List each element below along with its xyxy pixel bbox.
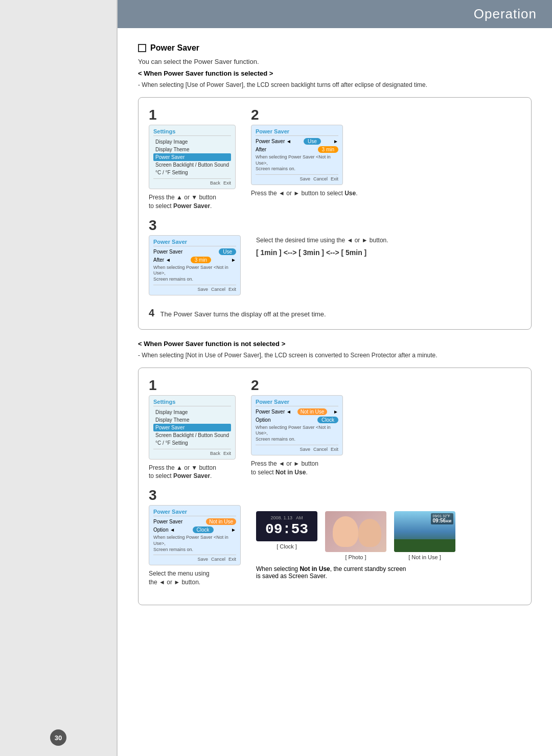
lcd-exit-1[interactable]: Exit <box>331 176 338 181</box>
not-in-use-option: 09/01 32°F 09:56AM [ Not in Use ] <box>394 511 455 560</box>
lcd-row-after-1: After 3 min <box>256 146 338 153</box>
lcd-back-btn[interactable]: Back <box>210 180 220 186</box>
lcd-save-ns[interactable]: Save <box>300 447 310 452</box>
lcd-ns-cf: °C / °F Setting <box>153 439 231 447</box>
lcd-info-2: When selecting Power Saver <Not in Use>,… <box>153 265 236 283</box>
lcd-footer-ps-2: Save Cancel Exit <box>153 285 236 292</box>
lcd-item-power-saver: Power Saver <box>153 153 231 161</box>
ns-ps-value-3: Not in Use <box>206 518 236 525</box>
not-in-use-label: [ Not in Use ] <box>408 554 441 560</box>
lcd-ns-power-saver: Power Saver <box>153 424 231 431</box>
ps-label-1: Power Saver ◄ <box>256 139 291 144</box>
lcd-back-ns[interactable]: Back <box>210 451 220 456</box>
after-label-1: After <box>256 147 266 152</box>
bottom-screens-row: 2008. 1.13 AM 09:53 [ Clock ] [ Phot <box>256 511 455 560</box>
header-bar: Operation <box>118 0 552 28</box>
lcd-title-ns-3: Power Saver <box>153 509 236 516</box>
ns-steps-row-1-2: 1 Settings Display Image Display Theme P… <box>149 378 521 481</box>
photo-label: [ Photo ] <box>346 554 366 560</box>
lcd-cancel-2[interactable]: Cancel <box>211 287 225 292</box>
lcd-item-display-theme: Display Theme <box>153 146 231 153</box>
lcd-info-1: When selecting Power Saver <Not in Use>,… <box>256 154 338 172</box>
tree-silhouette <box>394 539 455 552</box>
step-1-caption: Press the ▲ or ▼ buttonto select Power S… <box>149 193 216 211</box>
lcd-ns-screen-3: Power Saver Power Saver Not in Use Optio… <box>149 505 241 565</box>
lcd-powersaver-screen-2: Power Saver Power Saver Use After ◄ 3 mi… <box>149 235 241 295</box>
lcd-save-1[interactable]: Save <box>300 176 310 181</box>
after-value-1: 3 min <box>318 146 338 153</box>
after-label-2: After ◄ <box>153 257 171 263</box>
step-4-number: 4 <box>149 307 154 318</box>
section-title: Power Saver <box>138 43 532 53</box>
section-heading: Power Saver <box>150 43 199 53</box>
notinuse-time: 09:56AM <box>433 518 451 523</box>
not-in-use-bold: Not in Use <box>300 565 330 572</box>
lcd-title-ps-2: Power Saver <box>153 239 236 246</box>
ps-label-2: Power Saver <box>153 249 182 255</box>
lcd-exit-ns-3[interactable]: Exit <box>228 557 236 562</box>
lcd-exit-ns-2[interactable]: Exit <box>331 447 338 452</box>
ns-step-2-number: 2 <box>251 378 259 393</box>
lcd-ns-screen-2: Power Saver Power Saver ◄ Not in Use ► O… <box>251 395 343 455</box>
ns-arrow-right: ► <box>333 409 338 415</box>
lcd-item-backlight: Screen Backlight / Button Sound <box>153 161 231 169</box>
ns-step-2-caption: Press the ◄ or ► buttonto select Not in … <box>251 460 318 477</box>
lcd-row-ps-2: Power Saver Use <box>153 248 236 255</box>
ns-steps-row-3: 3 Power Saver Power Saver Not in Use Opt… <box>149 488 521 587</box>
lcd-settings-screen-1: Settings Display Image Display Theme Pow… <box>149 125 236 189</box>
instruction-box-not-selected: 1 Settings Display Image Display Theme P… <box>138 368 532 605</box>
step-3-number: 3 <box>149 218 157 233</box>
left-sidebar: 30 <box>0 0 118 756</box>
ns-ps-label-3: Power Saver <box>153 519 182 524</box>
ns-ps-value: Not in Use <box>297 408 328 415</box>
page-title: Operation <box>133 6 537 22</box>
lcd-ns-row-2: Option Clock <box>256 417 338 423</box>
lcd-save-2[interactable]: Save <box>197 287 208 292</box>
ns-option-label: Option <box>256 417 270 423</box>
lcd-cancel-ns[interactable]: Cancel <box>313 447 328 452</box>
instruction-box-selected: 1 Settings Display Image Display Theme P… <box>138 97 532 330</box>
ns-option-value-3: Clock <box>193 526 214 533</box>
clock-option: 2008. 1.13 AM 09:53 [ Clock ] <box>256 511 317 549</box>
steps-row-3: 3 Power Saver Power Saver Use After ◄ 3 … <box>149 218 521 300</box>
lcd-exit-ns[interactable]: Exit <box>223 451 231 456</box>
clock-display: 2008. 1.13 AM 09:53 <box>256 511 317 541</box>
lcd-save-ns-3[interactable]: Save <box>197 557 208 562</box>
lcd-footer-ns-2: Save Cancel Exit <box>256 445 338 452</box>
lcd-footer-1: Back Exit <box>153 178 231 186</box>
ns-step-3-number: 3 <box>149 488 157 502</box>
step-2-selected: 2 Power Saver Power Saver ◄ Use ► After … <box>251 108 358 211</box>
after-value-2: 3 min <box>191 257 211 263</box>
lcd-footer-ps-1: Save Cancel Exit <box>256 174 338 181</box>
clock-date: 2008. 1.13 AM <box>262 515 311 520</box>
lcd-title-ns-2: Power Saver <box>256 399 338 406</box>
ns-step-3: 3 Power Saver Power Saver Not in Use Opt… <box>149 488 241 587</box>
checkbox-icon <box>138 44 146 52</box>
lcd-exit-btn[interactable]: Exit <box>223 180 231 186</box>
notinuse-display: 09/01 32°F 09:56AM <box>394 511 455 552</box>
lcd-ns-backlight: Screen Backlight / Button Sound <box>153 431 231 439</box>
ns-option-label-3: Option ◄ <box>153 527 175 533</box>
lcd-ns-row-3-1: Power Saver Not in Use <box>153 518 236 525</box>
lcd-title-ps-1: Power Saver <box>256 128 338 136</box>
step-3-caption: Select the desired time using the ◄ or ►… <box>256 236 388 245</box>
when-not-selected-heading: < When Power Saver function is not selec… <box>138 340 532 348</box>
lcd-ns-display-theme: Display Theme <box>153 416 231 424</box>
lcd-row-ps-1: Power Saver ◄ Use ► <box>256 138 338 145</box>
screen-options-area: 2008. 1.13 AM 09:53 [ Clock ] [ Phot <box>256 488 455 587</box>
photo-face-1 <box>333 516 358 547</box>
step-2-caption: Press the ◄ or ► button to select Use. <box>251 189 358 198</box>
step-1-selected: 1 Settings Display Image Display Theme P… <box>149 108 236 211</box>
step-2-number: 2 <box>251 108 259 122</box>
ns-step-1: 1 Settings Display Image Display Theme P… <box>149 378 236 481</box>
not-in-use-desc: When selecting Not in Use, the current s… <box>256 565 409 580</box>
after-arrow-right: ► <box>231 257 236 263</box>
lcd-ns-info-3: When selecting Power Saver <Not in Use>,… <box>153 535 236 553</box>
lcd-cancel-1[interactable]: Cancel <box>313 176 328 181</box>
content-area: Power Saver You can select the Power Sav… <box>118 28 552 631</box>
notinuse-date: 09/01 32°F <box>433 514 451 518</box>
lcd-cancel-ns-3[interactable]: Cancel <box>211 557 225 562</box>
main-content: Operation Power Saver You can select the… <box>118 0 552 756</box>
lcd-exit-2[interactable]: Exit <box>228 287 236 292</box>
lcd-item-cf-setting: °C / °F Setting <box>153 169 231 176</box>
